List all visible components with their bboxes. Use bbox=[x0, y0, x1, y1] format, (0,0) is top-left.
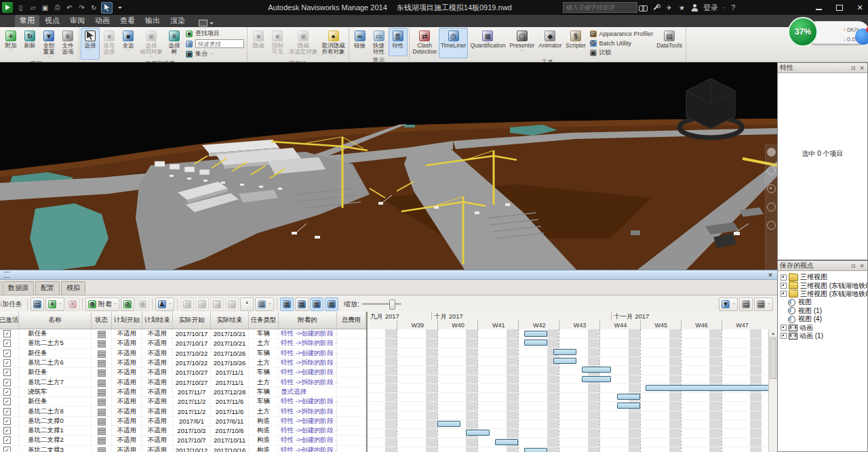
properties-button[interactable]: ≣特性 bbox=[389, 28, 408, 56]
attached-link[interactable]: 特性 ->创建的阶段 -> 名... bbox=[281, 426, 337, 435]
column-header-状态[interactable]: 状态 bbox=[92, 312, 112, 329]
gantt-bar-基坑二土方8[interactable] bbox=[617, 403, 640, 409]
task-checkbox[interactable]: ✓ bbox=[3, 330, 11, 337]
expand-icon[interactable] bbox=[781, 274, 787, 281]
export-schedule-button[interactable]: ▤ bbox=[739, 297, 753, 311]
animator-button[interactable]: ◆Animator bbox=[536, 28, 564, 58]
ribbon-tab-查看[interactable]: 查看 bbox=[115, 15, 140, 27]
batch-utility-button[interactable]: ⚙Batch Utility bbox=[589, 39, 654, 47]
gantt-bar-基坑二土方7[interactable] bbox=[582, 376, 611, 382]
pan-hand-icon[interactable] bbox=[767, 166, 776, 175]
column-header-已激活[interactable]: 已激活 bbox=[0, 312, 19, 329]
task-checkbox[interactable]: ✓ bbox=[3, 427, 11, 434]
add-task-button[interactable]: 添加任务 bbox=[0, 297, 24, 311]
new-file-icon[interactable]: ▯ bbox=[16, 3, 26, 13]
timeliner-tab-模拟[interactable]: 模拟 bbox=[61, 281, 85, 295]
zoom-slider-track[interactable] bbox=[362, 303, 401, 305]
orbit-icon[interactable] bbox=[767, 203, 776, 211]
task-checkbox[interactable]: ✓ bbox=[3, 388, 11, 396]
task-checkbox[interactable]: ✓ bbox=[3, 408, 11, 415]
viewport-3d[interactable] bbox=[0, 62, 777, 270]
ribbon-tab-动画[interactable]: 动画 bbox=[90, 15, 115, 27]
task-row-新任务[interactable]: ✓新任务不适用不适用2017/10/222017/10/26车辆特性 ->创建的… bbox=[0, 349, 366, 358]
attached-link[interactable]: 特性 ->拆除的阶段 -> 名... bbox=[281, 378, 337, 387]
ribbon-tab-常用[interactable]: 常用 bbox=[15, 15, 39, 27]
scrollbar-thumb[interactable] bbox=[770, 338, 776, 379]
timeliner-close-icon[interactable]: ✕ bbox=[766, 272, 774, 279]
task-row-基坑二土方6[interactable]: ✓基坑二土方6不适用不适用2017/10/222017/10/26土方特性 ->… bbox=[0, 358, 366, 368]
ribbon-media-button[interactable] bbox=[196, 19, 216, 27]
task-row-基坑二土方7[interactable]: ✓基坑二土方7不适用不适用2017/10/272017/11/1土方特性 ->拆… bbox=[0, 377, 366, 387]
float-panel-icon[interactable]: ⊡ bbox=[850, 65, 856, 71]
steering-wheel-icon[interactable] bbox=[767, 148, 776, 157]
presenter-button[interactable]: ▢Presenter bbox=[507, 28, 536, 58]
task-checkbox[interactable]: ✓ bbox=[3, 340, 11, 347]
column-header-名称[interactable]: 名称 bbox=[19, 312, 92, 329]
attached-link[interactable]: 特性 ->创建的阶段 -> 名... bbox=[281, 368, 337, 377]
attached-link[interactable]: 特性 ->创建的阶段 -> 名... bbox=[281, 349, 337, 358]
task-checkbox[interactable]: ✓ bbox=[3, 447, 11, 452]
send-icon[interactable]: ✈ bbox=[665, 3, 673, 12]
auto-add-tasks-button[interactable]: + bbox=[45, 297, 64, 311]
minimize-button[interactable] bbox=[815, 3, 823, 12]
navisworks-logo-icon[interactable] bbox=[2, 2, 13, 13]
user-icon[interactable] bbox=[690, 3, 699, 12]
gantt-bar-新任务[interactable] bbox=[524, 331, 547, 337]
tree-item-三维视图 (东钱湖地铁站气[interactable]: 三维视图 (东钱湖地铁站气 bbox=[779, 290, 867, 298]
gantt-bar-基坑二支撑2[interactable] bbox=[466, 430, 489, 436]
print-icon[interactable]: ⎙ bbox=[52, 3, 62, 13]
open-file-icon[interactable]: ▱ bbox=[28, 3, 38, 13]
float-panel-icon[interactable]: ⊡ bbox=[850, 263, 856, 269]
task-checkbox[interactable]: ✓ bbox=[3, 417, 11, 425]
auto-attach-rules-button[interactable]: ♟ bbox=[155, 297, 174, 311]
task-checkbox[interactable]: ✓ bbox=[3, 398, 11, 405]
gantt-bar-新任务[interactable] bbox=[617, 394, 640, 400]
quick-properties-button[interactable]: ▭快捷 特性 bbox=[370, 28, 389, 56]
ribbon-tab-渲染[interactable]: 渲染 bbox=[165, 15, 190, 27]
attached-link[interactable]: 特性 ->创建的阶段 -> 名... bbox=[281, 436, 337, 445]
attach-button[interactable]: ⊕附着 bbox=[85, 297, 119, 311]
expand-icon[interactable] bbox=[781, 283, 787, 289]
choose-columns-button[interactable]: ▥ bbox=[255, 297, 274, 311]
task-row-浇筑车[interactable]: ✓浇筑车不适用不适用2017/11/72017/12/28车辆显式选择 bbox=[0, 388, 366, 397]
close-panel-icon[interactable]: ✕ bbox=[859, 263, 865, 269]
scrollbar-up-icon[interactable]: ▲ bbox=[769, 329, 777, 337]
zoom-slider-thumb[interactable] bbox=[389, 300, 395, 310]
attached-link[interactable]: 特性 ->创建的阶段 -> 名... bbox=[281, 446, 337, 452]
timeliner-title-bar[interactable]: ✕ bbox=[0, 270, 777, 280]
login-button[interactable]: 登录 bbox=[703, 3, 718, 13]
comment-button[interactable]: ❛ bbox=[240, 297, 254, 311]
search-input[interactable] bbox=[563, 2, 637, 13]
gantt-bar-基坑二支撑1[interactable] bbox=[437, 421, 460, 427]
help-icon[interactable]: ? bbox=[729, 3, 738, 12]
column-header-计划结束[interactable]: 计划结束 bbox=[142, 312, 173, 329]
zoom-icon[interactable] bbox=[767, 184, 776, 193]
task-checkbox[interactable]: ✓ bbox=[3, 350, 11, 357]
gantt-scrollbar[interactable]: ▲ bbox=[768, 329, 777, 452]
gantt-bar-基坑二支撑4[interactable] bbox=[524, 448, 547, 452]
filter-by-status-button[interactable]: ▦ bbox=[280, 297, 294, 311]
task-row-基坑二支撑0[interactable]: ✓基坑二支撑0不适用不适用2017/6/12017/6/11构造特性 ->创建的… bbox=[0, 417, 366, 426]
ribbon-tab-输出[interactable]: 输出 bbox=[140, 15, 165, 27]
column-header-任务类型[interactable]: 任务类型 bbox=[249, 312, 279, 329]
tree-item-动画[interactable]: 动画 bbox=[779, 323, 867, 331]
tree-item-视图 (4)[interactable]: 视图 (4) bbox=[779, 315, 867, 323]
task-row-新任务[interactable]: ✓新任务不适用不适用2017/10/272017/11/1车辆特性 ->创建的阶… bbox=[0, 368, 366, 377]
task-row-新任务[interactable]: ✓新任务不适用不适用2017/11/22017/11/6车辆特性 ->创建的阶段… bbox=[0, 397, 366, 407]
quantification-button[interactable]: ▦Quantification bbox=[468, 28, 507, 58]
wrench-icon[interactable] bbox=[652, 3, 660, 12]
tree-item-三维视图[interactable]: 三维视图 bbox=[779, 273, 867, 281]
task-row-基坑二支撑2[interactable]: ✓基坑二支撑2不适用不适用2017/10/72017/10/11构造特性 ->创… bbox=[0, 436, 366, 445]
expand-icon[interactable] bbox=[781, 291, 787, 297]
datatools-button[interactable]: ▤DataTools bbox=[654, 28, 684, 58]
reset-all-button[interactable]: ▼全部 重置 bbox=[39, 28, 58, 60]
save-file-icon[interactable]: ▣ bbox=[40, 3, 50, 13]
timeliner-tab-数据源[interactable]: 数据源 bbox=[3, 281, 34, 295]
task-row-基坑二土方8[interactable]: ✓基坑二土方8不适用不适用2017/11/22017/11/6土方特性 ->拆除… bbox=[0, 407, 366, 416]
attached-link[interactable]: 特性 ->拆除的阶段 -> 名... bbox=[281, 358, 337, 367]
select-button[interactable]: 选择 bbox=[81, 28, 100, 60]
favorites-star-icon[interactable]: ★ bbox=[677, 3, 686, 12]
links-button[interactable]: ∞链接 bbox=[351, 28, 370, 56]
timeliner-button[interactable]: ◷TimeLiner bbox=[439, 28, 468, 58]
memory-usage-ball[interactable]: 37% bbox=[788, 17, 818, 47]
